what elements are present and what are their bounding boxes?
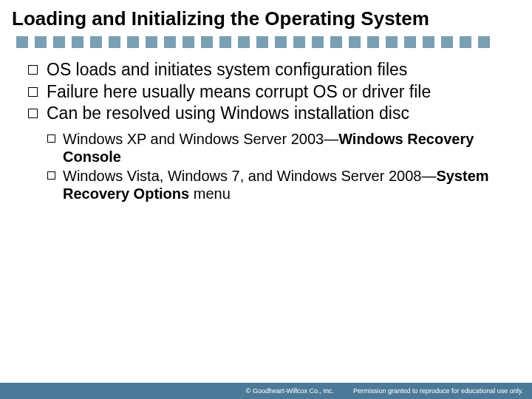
- decorative-square: [441, 36, 453, 48]
- bullet-text: OS loads and initiates system configurat…: [47, 60, 407, 81]
- bullet-text: Can be resolved using Windows installati…: [47, 103, 409, 124]
- decorative-square: [330, 36, 342, 48]
- decorative-square: [312, 36, 324, 48]
- decorative-square: [219, 36, 231, 48]
- bullet-text: Failure here usually means corrupt OS or…: [47, 82, 431, 103]
- decorative-square: [16, 36, 28, 48]
- decorative-square: [404, 36, 416, 48]
- footer-permission: Permission granted to reproduce for educ…: [353, 387, 523, 395]
- page-title: Loading and Initializing the Operating S…: [12, 7, 520, 30]
- decorative-square: [53, 36, 65, 48]
- bullet-item: OS loads and initiates system configurat…: [28, 60, 513, 81]
- decorative-square: [109, 36, 120, 48]
- bullet-item: Can be resolved using Windows installati…: [28, 103, 513, 124]
- decorative-square: [183, 36, 194, 48]
- footer-bar: © Goodheart-Willcox Co., Inc. Permission…: [0, 383, 532, 399]
- decorative-square-row: [16, 36, 520, 48]
- decorative-square: [127, 36, 139, 48]
- square-bullet-icon: [28, 65, 38, 75]
- decorative-square: [201, 36, 213, 48]
- decorative-square: [164, 36, 176, 48]
- decorative-square: [275, 36, 287, 48]
- decorative-square: [35, 36, 47, 48]
- decorative-square: [90, 36, 102, 48]
- footer-copyright: © Goodheart-Willcox Co., Inc.: [246, 387, 334, 395]
- decorative-square: [367, 36, 379, 48]
- sub-bullet-item: Windows XP and Windows Server 2003—Windo…: [47, 130, 520, 166]
- decorative-square: [238, 36, 250, 48]
- square-bullet-icon: [28, 87, 38, 97]
- square-bullet-icon: [47, 171, 55, 180]
- decorative-square: [146, 36, 157, 48]
- sub-bullet-text: Windows XP and Windows Server 2003—Windo…: [63, 130, 520, 166]
- slide: Loading and Initializing the Operating S…: [0, 0, 532, 399]
- square-bullet-icon: [47, 134, 55, 143]
- decorative-square: [423, 36, 434, 48]
- bullet-list-level1: OS loads and initiates system configurat…: [28, 60, 513, 124]
- decorative-square: [72, 36, 83, 48]
- square-bullet-icon: [28, 109, 38, 118]
- sub-bullet-item: Windows Vista, Windows 7, and Windows Se…: [47, 167, 520, 202]
- decorative-square: [293, 36, 305, 48]
- bullet-list-level2: Windows XP and Windows Server 2003—Windo…: [47, 130, 520, 202]
- decorative-square: [460, 36, 471, 48]
- sub-bullet-text: Windows Vista, Windows 7, and Windows Se…: [63, 167, 520, 202]
- decorative-square: [386, 36, 398, 48]
- bullet-item: Failure here usually means corrupt OS or…: [28, 82, 513, 103]
- decorative-square: [349, 36, 361, 48]
- decorative-square: [256, 36, 268, 48]
- decorative-square: [478, 36, 490, 48]
